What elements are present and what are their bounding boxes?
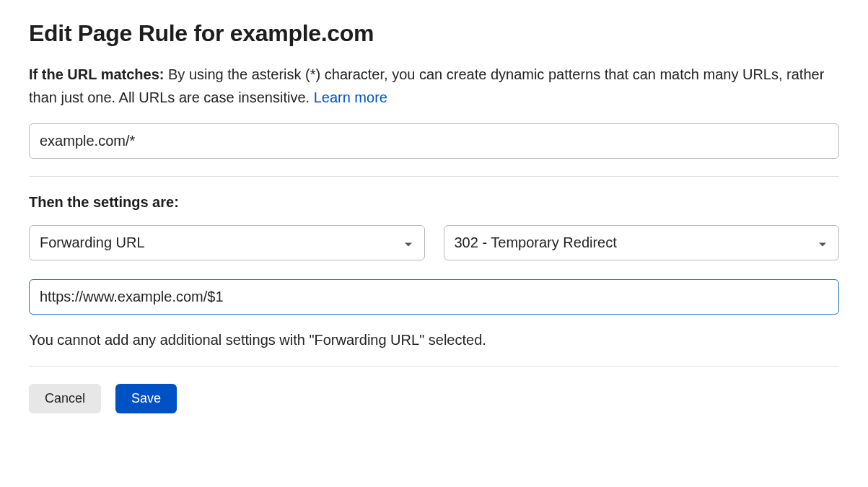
- forwarding-info-text: You cannot add any additional settings w…: [29, 332, 839, 348]
- caret-down-icon: [404, 234, 413, 251]
- setting-type-value: Forwarding URL: [40, 234, 145, 251]
- redirect-type-select[interactable]: 302 - Temporary Redirect: [444, 225, 840, 260]
- redirect-type-value: 302 - Temporary Redirect: [455, 234, 617, 251]
- destination-url-input[interactable]: [29, 279, 839, 315]
- learn-more-link[interactable]: Learn more: [314, 89, 387, 105]
- url-pattern-input[interactable]: [29, 123, 839, 159]
- caret-down-icon: [818, 234, 827, 251]
- save-button[interactable]: Save: [115, 384, 177, 413]
- cancel-button[interactable]: Cancel: [29, 384, 101, 413]
- setting-type-select[interactable]: Forwarding URL: [29, 225, 425, 260]
- section-divider: [29, 366, 839, 367]
- section-divider: [29, 176, 839, 177]
- page-title: Edit Page Rule for example.com: [29, 20, 839, 47]
- url-match-label: If the URL matches:: [29, 66, 168, 82]
- url-match-description: If the URL matches: By using the asteris…: [29, 63, 839, 109]
- settings-label: Then the settings are:: [29, 194, 839, 211]
